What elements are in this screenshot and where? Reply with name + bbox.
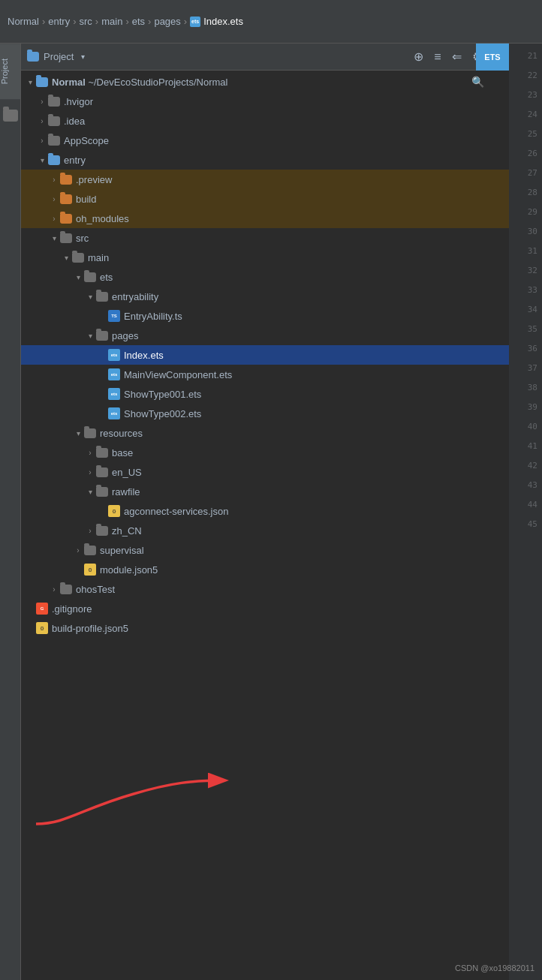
en-us-folder-icon (96, 467, 108, 477)
zh-cn-folder-icon (96, 526, 108, 536)
add-button[interactable]: ⊕ (411, 48, 426, 65)
tree-item-module-json5[interactable]: {} module.json5 (21, 560, 509, 579)
breadcrumb-main-label: main (101, 16, 122, 27)
tree-item-base[interactable]: › base (21, 443, 509, 462)
tree-item-build-profile[interactable]: {} build-profile.json5 (21, 618, 509, 638)
tree-item-entryability[interactable]: ▾ entryability (21, 287, 509, 306)
tree-item-showtype001[interactable]: ets ShowType001.ets (21, 384, 509, 404)
resources-chevron: ▾ (72, 427, 84, 439)
toolbar: Project ▾ ⊕ ≡ ⇐ ⚙ − ETS (21, 44, 509, 71)
tree-item-entryability-ts[interactable]: TS EntryAbility.ts (21, 306, 509, 326)
line-24: 24 (509, 105, 542, 125)
preview-chevron: › (48, 173, 60, 185)
folder-tab-icon (3, 110, 18, 122)
pages-chevron: ▾ (84, 329, 96, 341)
breadcrumb-pages[interactable]: pages (154, 16, 180, 27)
breadcrumb-ets[interactable]: ets (132, 16, 145, 27)
line-21: 21 (509, 47, 542, 66)
oh-modules-label: oh_modules (76, 213, 129, 224)
zh-cn-label: zh_CN (112, 525, 142, 537)
line-33: 33 (509, 281, 542, 300)
mainview-ets-icon: ets (108, 368, 120, 380)
ohostest-label: ohosTest (76, 584, 115, 595)
line-22: 22 (509, 66, 542, 86)
base-folder-icon (96, 448, 108, 458)
idea-label: .idea (64, 116, 85, 127)
line-25: 25 (509, 125, 542, 144)
tree-item-en-us[interactable]: › en_US (21, 462, 509, 482)
breadcrumb-src[interactable]: src (80, 16, 92, 27)
project-folder-icon (27, 52, 39, 62)
breadcrumb-entry[interactable]: entry (48, 16, 70, 27)
pages-label: pages (112, 330, 138, 341)
breadcrumb-sep-1: › (42, 16, 45, 27)
line-45: 45 (509, 515, 542, 534)
file-tree[interactable]: ▾ Normal ~/DevEcoStudioProjects/Normal ›… (21, 71, 509, 980)
en-us-label: en_US (112, 467, 142, 478)
resources-label: resources (100, 428, 143, 439)
line-40: 40 (509, 417, 542, 437)
tree-item-resources[interactable]: ▾ resources (21, 423, 509, 443)
tree-item-mainview[interactable]: ets MainViewComponent.ets (21, 365, 509, 384)
project-tab-label[interactable]: Project (0, 44, 20, 99)
tree-item-src[interactable]: ▾ src (21, 228, 509, 248)
ets-folder-chevron: ▾ (72, 271, 84, 283)
tree-item-ets-folder[interactable]: ▾ ets (21, 267, 509, 287)
appscope-folder-icon (48, 136, 60, 146)
src-label: src (76, 233, 89, 244)
tree-root[interactable]: ▾ Normal ~/DevEcoStudioProjects/Normal (21, 72, 509, 92)
sidebar: Project ▾ ⊕ ≡ ⇐ ⚙ − ETS 🔍 ▾ Normal ~/Dev… (21, 44, 509, 980)
tree-item-ohostest[interactable]: › ohosTest (21, 579, 509, 599)
breadcrumb-index-label: Index.ets (203, 16, 243, 27)
breadcrumb-sep-4: › (125, 16, 128, 27)
dropdown-arrow-icon[interactable]: ▾ (81, 53, 85, 61)
preview-folder-icon (60, 175, 72, 185)
tree-item-hvigor[interactable]: › .hvigor (21, 92, 509, 111)
agconnect-json-icon: {} (108, 505, 120, 517)
oh-modules-folder-icon (60, 214, 72, 224)
build-profile-label: build-profile.json5 (52, 623, 128, 634)
tree-item-main[interactable]: ▾ main (21, 248, 509, 267)
tree-item-zh-cn[interactable]: › zh_CN (21, 521, 509, 540)
build-chevron: › (48, 193, 60, 205)
tree-item-gitignore[interactable]: G .gitignore (21, 599, 509, 618)
tree-item-rawfile[interactable]: ▾ rawfile (21, 482, 509, 501)
tree-item-preview[interactable]: › .preview (21, 170, 509, 189)
line-34: 34 (509, 300, 542, 320)
toolbar-title: Project (44, 51, 74, 62)
resources-folder-icon (84, 428, 96, 438)
showtype001-ets-icon: ets (108, 388, 120, 400)
rawfile-folder-icon (96, 487, 108, 497)
tree-item-entry[interactable]: ▾ entry (21, 150, 509, 170)
ets-tab[interactable]: ETS (476, 44, 509, 71)
breadcrumb-main[interactable]: main (101, 16, 122, 27)
tree-item-appscope[interactable]: › AppScope (21, 131, 509, 150)
build-folder-icon (60, 194, 72, 204)
breadcrumb-normal[interactable]: Normal (8, 16, 39, 27)
tree-item-build[interactable]: › build (21, 189, 509, 209)
tree-item-showtype002[interactable]: ets ShowType002.ets (21, 404, 509, 423)
entry-chevron: ▾ (36, 154, 48, 166)
breadcrumb-index-ets[interactable]: ets Index.ets (190, 16, 243, 27)
breadcrumb-entry-label: entry (48, 16, 70, 27)
line-42: 42 (509, 456, 542, 476)
tree-item-oh-modules[interactable]: › oh_modules (21, 209, 509, 228)
breadcrumb-src-label: src (80, 16, 92, 27)
entry-folder-icon (48, 155, 60, 165)
tree-item-index-ets[interactable]: ets Index.ets (21, 345, 509, 365)
tree-item-supervisal[interactable]: › supervisal (21, 540, 509, 560)
tree-item-agconnect[interactable]: {} agconnect-services.json (21, 501, 509, 521)
idea-chevron: › (36, 115, 48, 127)
collapse-button[interactable]: ⇐ (449, 48, 465, 65)
line-44: 44 (509, 495, 542, 515)
line-43: 43 (509, 476, 542, 495)
hvigor-folder-icon (48, 97, 60, 107)
line-30: 30 (509, 222, 542, 242)
vertical-tab[interactable]: Project (0, 44, 21, 980)
tree-item-pages[interactable]: ▾ pages (21, 326, 509, 345)
tree-item-idea[interactable]: › .idea (21, 111, 509, 131)
ets-file-icon: ets (190, 17, 200, 27)
src-chevron: ▾ (48, 232, 60, 244)
build-profile-json-icon: {} (36, 622, 48, 634)
align-button[interactable]: ≡ (431, 49, 444, 65)
